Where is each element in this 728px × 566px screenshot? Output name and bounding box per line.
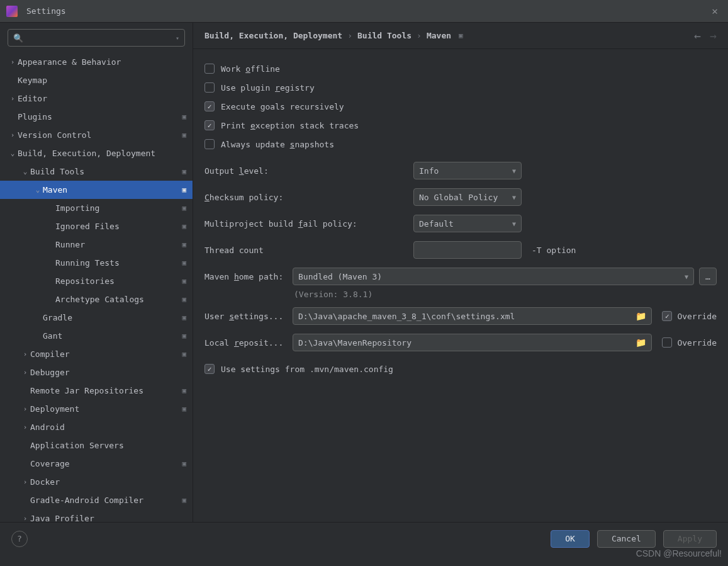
always-update-snapshots-checkbox[interactable] [204,139,215,149]
tree-item[interactable]: Gant▣ [0,327,193,345]
tree-item[interactable]: Coverage▣ [0,455,193,473]
chevron-right-icon[interactable]: › [20,514,30,522]
tree-item-label: Java Profiler [30,514,186,522]
dropdown-caret-icon[interactable]: ▾ [176,35,179,42]
tree-item[interactable]: ›Appearance & Behavior [0,53,193,71]
tree-item[interactable]: ›Deployment▣ [0,400,193,418]
project-scope-icon: ▣ [182,314,186,322]
window-title: Settings [26,6,66,16]
use-plugin-registry-checkbox[interactable] [204,82,215,93]
chevron-down-icon[interactable]: ⌄ [20,167,30,176]
thread-count-suffix: -T option [532,246,576,255]
tree-item-label: Editor [18,94,186,103]
cancel-button[interactable]: Cancel [597,530,656,548]
maven-version-hint: (Version: 3.8.1) [294,290,717,299]
tree-item[interactable]: ›Editor [0,89,193,108]
tree-item[interactable]: Runner▣ [0,235,193,254]
tree-item-label: Appearance & Behavior [18,57,186,67]
tree-item-label: Android [30,422,186,432]
maven-home-browse-button[interactable]: … [699,268,717,285]
user-settings-override-label: Override [677,312,717,321]
maven-home-dropdown[interactable]: Bundled (Maven 3)▼ [293,268,694,285]
output-level-dropdown[interactable]: Info▼ [413,162,522,179]
chevron-right-icon[interactable]: › [20,405,30,413]
tree-item-label: Build Tools [30,167,182,176]
execute-goals-label: Execute goals recursively [221,102,344,111]
work-offline-checkbox[interactable] [204,64,215,74]
chevron-right-icon[interactable]: › [8,94,18,103]
ok-button[interactable]: OK [551,530,590,548]
thread-count-label: Thread count [204,246,413,255]
tree-item[interactable]: Gradle▣ [0,308,193,327]
settings-tree[interactable]: ›Appearance & BehaviorKeymap›EditorPlugi… [0,53,193,522]
execute-goals-checkbox[interactable] [204,101,215,111]
checksum-policy-label: Checksum policy: [204,193,413,202]
breadcrumb-bar: Build, Execution, Deployment › Build Too… [193,23,728,49]
tree-item[interactable]: Repositories▣ [0,272,193,290]
tree-item[interactable]: ›Docker [0,473,193,491]
tree-item[interactable]: ⌄Build Tools▣ [0,162,193,181]
tree-item[interactable]: Importing▣ [0,199,193,217]
tree-item[interactable]: ›Java Profiler [0,509,193,522]
chevron-right-icon[interactable]: › [8,58,18,66]
tree-item[interactable]: Remote Jar Repositories▣ [0,382,193,400]
thread-count-input[interactable] [413,241,522,259]
chevron-down-icon[interactable]: ⌄ [33,186,43,194]
multiproject-fail-dropdown[interactable]: Default▼ [413,215,522,232]
tree-item-label: Maven [43,185,182,195]
use-mvn-config-checkbox[interactable] [204,364,215,374]
breadcrumb-item[interactable]: Build, Execution, Deployment [204,31,342,40]
project-scope-icon: ▣ [182,113,186,121]
chevron-right-icon: › [347,31,352,40]
checksum-policy-dropdown[interactable]: No Global Policy▼ [413,188,522,206]
tree-item[interactable]: Keymap [0,71,193,89]
nav-back-button[interactable]: ← [694,29,701,42]
local-repo-override-checkbox[interactable] [662,337,672,348]
user-settings-input[interactable]: 📁 [293,307,652,325]
user-settings-override-checkbox[interactable] [662,311,672,321]
chevron-right-icon[interactable]: › [20,350,30,358]
tree-item-label: Docker [30,477,186,487]
chevron-right-icon[interactable]: › [20,368,30,376]
chevron-right-icon[interactable]: › [20,478,30,486]
project-scope-icon: ▣ [182,204,186,212]
close-icon[interactable]: ✕ [708,4,722,18]
folder-icon[interactable]: 📁 [636,311,646,321]
tree-item[interactable]: ⌄Maven▣ [0,181,193,199]
help-button[interactable]: ? [11,531,28,547]
tree-item-label: Application Servers [30,441,186,450]
tree-item[interactable]: ›Compiler▣ [0,345,193,363]
breadcrumb-item[interactable]: Maven [427,31,451,40]
project-scope-icon: ▣ [182,332,186,340]
print-exception-checkbox[interactable] [204,120,215,130]
search-box[interactable]: 🔍 ▾ [8,29,185,47]
tree-item[interactable]: ›Debugger [0,363,193,382]
project-scope-icon: ▣ [459,31,463,40]
tree-item[interactable]: ›Android [0,418,193,436]
tree-item-label: Plugins [18,112,182,122]
local-repo-input[interactable]: 📁 [293,334,652,351]
chevron-down-icon: ▼ [512,194,516,201]
chevron-right-icon[interactable]: › [8,131,18,139]
tree-item[interactable]: Application Servers [0,436,193,455]
tree-item[interactable]: Running Tests▣ [0,254,193,272]
search-input[interactable] [26,33,176,43]
tree-item-label: Compiler [30,349,182,359]
work-offline-label: Work offline [221,64,280,74]
tree-item[interactable]: Gradle-Android Compiler▣ [0,491,193,509]
chevron-right-icon[interactable]: › [20,423,30,431]
breadcrumb-item[interactable]: Build Tools [357,31,412,40]
bottom-bar: ? OK Cancel Apply [0,522,728,555]
folder-icon[interactable]: 📁 [636,337,646,348]
tree-item-label: Running Tests [55,258,182,268]
tree-item[interactable]: ›Version Control▣ [0,126,193,144]
chevron-down-icon[interactable]: ⌄ [8,149,18,157]
apply-button[interactable]: Apply [663,530,717,548]
tree-item[interactable]: Ignored Files▣ [0,217,193,235]
chevron-down-icon: ▼ [512,220,516,227]
tree-item[interactable]: Plugins▣ [0,108,193,126]
tree-item[interactable]: ⌄Build, Execution, Deployment [0,144,193,162]
tree-item-label: Version Control [18,130,182,140]
tree-item[interactable]: Archetype Catalogs▣ [0,290,193,308]
nav-forward-button[interactable]: → [710,29,717,42]
